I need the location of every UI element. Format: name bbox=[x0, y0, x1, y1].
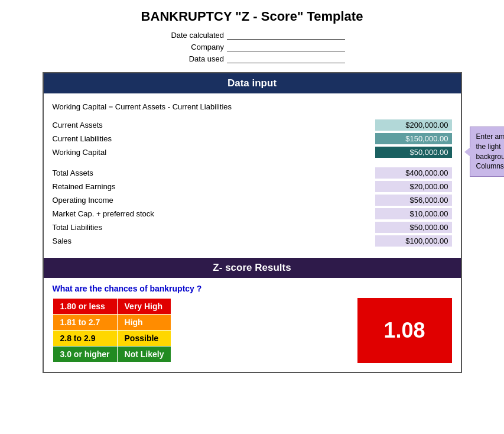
header-fields: Date calculated Company Data used bbox=[6, 30, 498, 63]
data-input-header: Data input bbox=[44, 73, 461, 93]
risk-table: 1.80 or less Very High 1.81 to 2.7 High … bbox=[53, 298, 172, 362]
row-label: Retained Earnings bbox=[53, 182, 375, 191]
company-input[interactable] bbox=[227, 42, 345, 51]
table-row: Current Liabilities $150,000.00 bbox=[53, 133, 452, 144]
data-input-section: Data input Working Capital = Current Ass… bbox=[44, 73, 461, 258]
row-label: Operating Income bbox=[53, 196, 375, 205]
table-row: Working Capital $50,000.00 bbox=[53, 147, 452, 158]
risk-label: Very High bbox=[117, 299, 171, 315]
page-title: BANKRUPTCY "Z - Score" Template bbox=[6, 9, 498, 24]
table-row: Total Liabilities $50,000.00 bbox=[53, 222, 452, 233]
row-label: Working Capital bbox=[53, 148, 375, 157]
tooltip-box: Enter amount in the light background Col… bbox=[470, 127, 505, 177]
row-value[interactable]: $10,000.00 bbox=[375, 208, 452, 219]
row-value[interactable]: $20,000.00 bbox=[375, 181, 452, 192]
row-label: Sales bbox=[53, 237, 375, 245]
risk-range: 2.8 to 2.9 bbox=[53, 331, 117, 346]
other-rows-group: Total Assets $400,000.00 Retained Earnin… bbox=[53, 167, 452, 247]
date-label: Date calculated bbox=[159, 31, 224, 40]
main-container: Enter amount in the light background Col… bbox=[43, 72, 462, 373]
row-label: Total Assets bbox=[53, 169, 375, 177]
bankruptcy-question: What are the chances of bankruptcy ? bbox=[53, 284, 452, 293]
table-row: Market Cap. + preferred stock $10,000.00 bbox=[53, 208, 452, 219]
row-value[interactable]: $50,000.00 bbox=[375, 147, 452, 158]
data-used-input[interactable] bbox=[227, 54, 345, 63]
table-row: Retained Earnings $20,000.00 bbox=[53, 181, 452, 192]
risk-label: Not Likely bbox=[117, 346, 171, 362]
company-label: Company bbox=[159, 43, 224, 51]
results-header: Z- score Results bbox=[44, 258, 461, 278]
tooltip-arrow bbox=[464, 147, 470, 157]
row-value[interactable]: $400,000.00 bbox=[375, 167, 452, 179]
row-value[interactable]: $150,000.00 bbox=[375, 133, 452, 144]
risk-row: 1.81 to 2.7 High bbox=[53, 315, 171, 331]
risk-range: 3.0 or higher bbox=[53, 346, 117, 362]
row-value[interactable]: $200,000.00 bbox=[375, 119, 452, 131]
data-used-label: Data used bbox=[159, 54, 224, 63]
risk-row: 2.8 to 2.9 Possible bbox=[53, 331, 171, 346]
risk-range: 1.81 to 2.7 bbox=[53, 315, 117, 331]
row-label: Current Liabilities bbox=[53, 134, 375, 143]
date-input[interactable] bbox=[227, 30, 345, 40]
row-value[interactable]: $100,000.00 bbox=[375, 235, 452, 247]
table-row: Total Assets $400,000.00 bbox=[53, 167, 452, 179]
table-row: Sales $100,000.00 bbox=[53, 235, 452, 247]
results-content: 1.80 or less Very High 1.81 to 2.7 High … bbox=[53, 298, 452, 363]
formula-line: Working Capital = Current Assets - Curre… bbox=[53, 102, 452, 111]
risk-label: High bbox=[117, 315, 171, 331]
row-value[interactable]: $56,000.00 bbox=[375, 195, 452, 206]
working-capital-group: Current Assets $200,000.00 Current Liabi… bbox=[53, 119, 452, 158]
table-row: Operating Income $56,000.00 bbox=[53, 195, 452, 206]
row-label: Current Assets bbox=[53, 121, 375, 129]
risk-range: 1.80 or less bbox=[53, 299, 117, 315]
row-value[interactable]: $50,000.00 bbox=[375, 222, 452, 233]
results-section: Z- score Results What are the chances of… bbox=[44, 258, 461, 372]
tooltip-text: Enter amount in the light background Col… bbox=[476, 132, 505, 170]
row-label: Market Cap. + preferred stock bbox=[53, 209, 375, 218]
row-label: Total Liabilities bbox=[53, 223, 375, 232]
risk-row: 3.0 or higher Not Likely bbox=[53, 346, 171, 362]
risk-row: 1.80 or less Very High bbox=[53, 299, 171, 315]
score-box: 1.08 bbox=[357, 298, 452, 363]
table-row: Current Assets $200,000.00 bbox=[53, 119, 452, 131]
risk-label: Possible bbox=[117, 331, 171, 346]
